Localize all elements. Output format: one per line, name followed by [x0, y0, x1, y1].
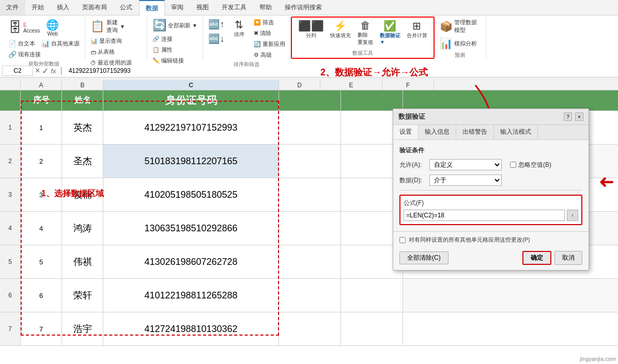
header-cell-b[interactable]: 姓名: [62, 90, 103, 110]
cell-a3[interactable]: 3: [21, 178, 62, 211]
btn-remove-duplicates[interactable]: 🗑 删除重复值: [355, 19, 376, 47]
header-cell-d[interactable]: [279, 90, 341, 110]
dialog-title-bar: 数据验证 ? ×: [393, 109, 589, 125]
cell-e6[interactable]: [341, 279, 403, 312]
formula-field[interactable]: [404, 210, 565, 221]
cell-reference[interactable]: C2: [2, 66, 33, 76]
tab-data[interactable]: 数据: [139, 0, 165, 15]
btn-show-query[interactable]: 📊 显示查询: [88, 36, 124, 46]
btn-clear[interactable]: ✖清除: [252, 28, 287, 38]
btn-connections[interactable]: 🔗连接: [150, 34, 175, 44]
btn-edit-links[interactable]: ✏️编辑链接: [150, 56, 186, 66]
dialog-tab-settings[interactable]: 设置: [393, 125, 419, 139]
row-num-4: 4: [0, 212, 21, 245]
cell-d7[interactable]: [279, 312, 341, 345]
apply-all-checkbox[interactable]: [399, 237, 406, 243]
cell-a2[interactable]: 2: [21, 145, 62, 178]
btn-flash-fill[interactable]: ⚡ 快速填充: [328, 19, 353, 40]
btn-from-text[interactable]: 📄 自文本: [6, 39, 37, 49]
tab-search[interactable]: 操作说明搜索: [279, 0, 329, 15]
cell-d2[interactable]: [279, 145, 341, 178]
tab-view[interactable]: 视图: [190, 0, 215, 15]
fx-cancel-icon[interactable]: ×: [35, 66, 40, 75]
cell-d3[interactable]: [279, 178, 341, 211]
tab-insert[interactable]: 插入: [51, 0, 76, 15]
tab-developer[interactable]: 开发工具: [215, 0, 253, 15]
tab-formulas[interactable]: 公式: [114, 0, 139, 15]
btn-za-sort[interactable]: 🔤↓: [206, 32, 227, 45]
cell-c6[interactable]: 410122198811265288: [103, 279, 279, 312]
group-get-external: 🗄 E Access 🌐 Web 📄 自文本: [3, 17, 85, 59]
formula-upload-btn[interactable]: ↑: [567, 210, 578, 221]
formula-input[interactable]: [67, 67, 616, 74]
btn-reapply[interactable]: 🔄重新应用: [252, 39, 287, 49]
clear-all-button[interactable]: 全部清除(C): [399, 251, 449, 264]
cell-a5[interactable]: 5: [21, 245, 62, 278]
cell-b1[interactable]: 英杰: [62, 111, 103, 144]
btn-what-if[interactable]: 📊 模拟分析: [438, 36, 479, 51]
cell-a4[interactable]: 4: [21, 212, 62, 245]
dialog-close-btn[interactable]: ×: [575, 113, 583, 121]
cell-a1[interactable]: 1: [21, 111, 62, 144]
cell-b7[interactable]: 浩宇: [62, 312, 103, 345]
dialog-tabs: 设置 输入信息 出错警告 输入法模式: [393, 125, 589, 140]
cell-b3[interactable]: 俊楠: [62, 178, 103, 211]
cell-c2[interactable]: 510183198112207165: [103, 145, 279, 178]
btn-az-sort[interactable]: 🔤↑: [206, 18, 227, 31]
refresh-icon: 🔄: [152, 19, 166, 32]
header-cell-a[interactable]: 序号: [21, 90, 62, 110]
btn-refresh-all[interactable]: 🔄 全部刷新 ▼: [150, 18, 199, 33]
btn-sort[interactable]: ⇅ 排序: [229, 18, 250, 39]
cell-d1[interactable]: [279, 111, 341, 144]
fx-icon[interactable]: fx: [51, 67, 56, 75]
data-select[interactable]: 介于: [429, 175, 502, 186]
btn-from-table[interactable]: 🗃 从表格: [88, 47, 117, 57]
cell-e7[interactable]: [341, 312, 403, 345]
dialog-question-btn[interactable]: ?: [564, 113, 572, 121]
cell-b4[interactable]: 鸿涛: [62, 212, 103, 245]
confirm-button[interactable]: 确定: [522, 251, 551, 265]
cell-d5[interactable]: [279, 245, 341, 278]
cell-b6[interactable]: 荣轩: [62, 279, 103, 312]
cell-d4[interactable]: [279, 212, 341, 245]
btn-properties[interactable]: 📋属性: [150, 45, 175, 55]
btn-existing-connection[interactable]: 🔗 现有连接: [6, 50, 43, 59]
btn-from-other[interactable]: 📊 自其他来源: [39, 39, 82, 49]
tab-review[interactable]: 审阅: [165, 0, 190, 15]
dialog-tab-input-mode[interactable]: 输入法模式: [494, 125, 538, 139]
header-cell-c[interactable]: 身份证号码: [103, 90, 279, 110]
btn-manage-data-model[interactable]: 📦 管理数据模型: [438, 18, 479, 35]
tab-page-layout[interactable]: 页面布局: [76, 0, 114, 15]
dialog-controls: ? ×: [564, 113, 583, 121]
cell-a6[interactable]: 6: [21, 279, 62, 312]
cell-c4[interactable]: 130635198510292866: [103, 212, 279, 245]
btn-data-validation[interactable]: ✅ 数据验证▼: [378, 19, 403, 46]
btn-split-column[interactable]: ⬛⬛ 分列: [296, 19, 326, 40]
dialog-tab-input-message[interactable]: 输入信息: [419, 125, 456, 139]
header-cell-e[interactable]: [341, 90, 403, 110]
cell-c5[interactable]: 413026198607262728: [103, 245, 279, 278]
ignore-blank-checkbox[interactable]: [510, 162, 516, 168]
tab-home[interactable]: 开始: [25, 0, 51, 15]
allow-select[interactable]: 自定义: [429, 159, 502, 170]
cell-b5[interactable]: 伟祺: [62, 245, 103, 278]
btn-advanced[interactable]: ⚙高级: [252, 50, 287, 60]
btn-web[interactable]: 🌐 Web: [44, 18, 61, 38]
btn-filter[interactable]: 🔽筛选: [252, 18, 287, 27]
dialog-tab-error-alert[interactable]: 出错警告: [456, 125, 494, 139]
cell-a7[interactable]: 7: [21, 312, 62, 345]
cell-c7[interactable]: 412724198810130362: [103, 312, 279, 345]
btn-recent-sources[interactable]: ⏱ 最近使用的源: [88, 58, 134, 68]
cell-b2[interactable]: 圣杰: [62, 145, 103, 178]
btn-consolidate[interactable]: ⊞ 合并计算: [405, 19, 429, 40]
tab-file[interactable]: 文件: [0, 0, 25, 15]
cell-c3[interactable]: 410205198505180525: [103, 178, 279, 211]
btn-new-query[interactable]: 📋 新建查询 ▼: [88, 18, 127, 35]
tab-help[interactable]: 帮助: [253, 0, 279, 15]
fx-confirm-icon[interactable]: ✓: [42, 66, 49, 76]
cell-c1[interactable]: 412922197107152993: [103, 111, 279, 144]
btn-access[interactable]: 🗄 E Access: [6, 19, 42, 37]
cell-d6[interactable]: [279, 279, 341, 312]
cancel-button[interactable]: 取消: [554, 251, 582, 265]
col-header-c: C: [103, 80, 279, 90]
